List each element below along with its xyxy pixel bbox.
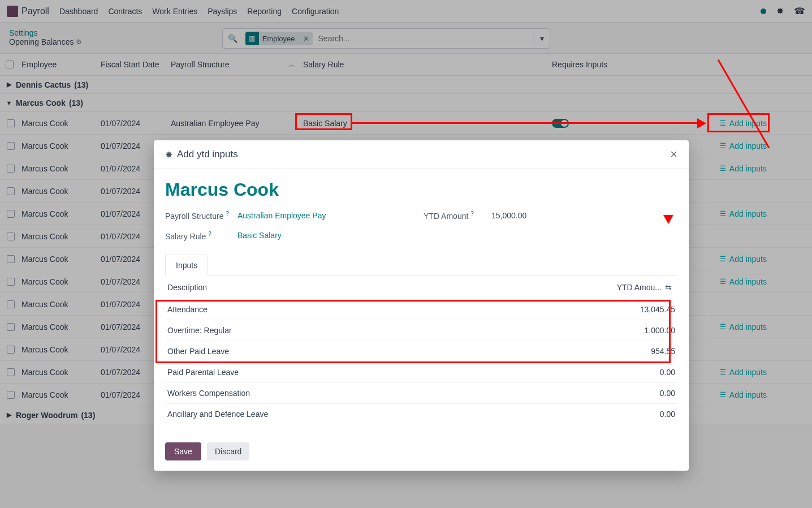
- value-ytd-amount[interactable]: 15,000.00: [491, 211, 677, 220]
- tab-inputs[interactable]: Inputs: [165, 255, 208, 276]
- list-icon: ☰: [720, 391, 726, 399]
- add-inputs-button[interactable]: ☰Add inputs: [720, 390, 767, 399]
- line-description: Other Paid Leave: [167, 347, 607, 356]
- add-inputs-button[interactable]: ☰Add inputs: [720, 209, 767, 218]
- add-inputs-button[interactable]: ☰Add inputs: [720, 119, 767, 128]
- value-payroll-structure[interactable]: Australian Employee Pay: [237, 211, 424, 220]
- list-icon: ☰: [720, 323, 726, 331]
- list-icon: ☰: [720, 368, 726, 376]
- employee-name: Marcus Cook: [165, 179, 677, 200]
- line-amount: 13,045.45: [607, 305, 675, 314]
- add-inputs-button[interactable]: ☰Add inputs: [720, 164, 767, 173]
- input-line[interactable]: Overtime: Regular1,000.00: [165, 320, 677, 341]
- label-ytd-amount: YTD Amount ?: [424, 210, 491, 221]
- list-icon: ☰: [720, 210, 726, 218]
- line-description: Ancillary and Defence Leave: [167, 410, 607, 419]
- line-amount: 954.55: [607, 347, 675, 356]
- line-description: Attendance: [167, 305, 607, 314]
- bug-icon[interactable]: ✸: [165, 149, 172, 160]
- add-inputs-button[interactable]: ☰Add inputs: [720, 277, 767, 286]
- line-description: Overtime: Regular: [167, 326, 607, 335]
- input-line[interactable]: Ancillary and Defence Leave0.00: [165, 404, 677, 424]
- col-ytd-amount[interactable]: YTD Amou...: [594, 283, 662, 292]
- input-line[interactable]: Other Paid Leave954.55: [165, 341, 677, 362]
- add-inputs-button[interactable]: ☰Add inputs: [720, 322, 767, 332]
- line-amount: 1,000.00: [607, 326, 675, 335]
- add-inputs-button[interactable]: ☰Add inputs: [720, 141, 767, 150]
- col-description[interactable]: Description: [167, 283, 594, 292]
- input-line[interactable]: Attendance13,045.45: [165, 299, 677, 320]
- list-icon: ☰: [720, 142, 726, 150]
- line-amount: 0.00: [607, 368, 675, 377]
- value-salary-rule[interactable]: Basic Salary: [237, 231, 424, 240]
- add-inputs-button[interactable]: ☰Add inputs: [720, 255, 767, 264]
- close-icon[interactable]: ×: [670, 148, 677, 161]
- modal-add-ytd-inputs: ✸ Add ytd inputs × Marcus Cook Payroll S…: [154, 140, 689, 471]
- line-amount: 0.00: [607, 410, 675, 419]
- add-inputs-button[interactable]: ☰Add inputs: [720, 368, 767, 377]
- list-icon: ☰: [720, 165, 726, 173]
- list-icon: ☰: [720, 278, 726, 286]
- modal-title: Add ytd inputs: [177, 149, 238, 160]
- line-amount: 0.00: [607, 389, 675, 398]
- list-icon: ☰: [720, 119, 726, 127]
- sliders-icon[interactable]: ⇆: [662, 283, 675, 292]
- discard-button[interactable]: Discard: [207, 442, 249, 460]
- list-icon: ☰: [720, 255, 726, 263]
- save-button[interactable]: Save: [165, 442, 201, 460]
- input-line[interactable]: Workers Compensation0.00: [165, 383, 677, 404]
- line-description: Workers Compensation: [167, 389, 607, 398]
- line-description: Paid Parental Leave: [167, 368, 607, 377]
- label-payroll-structure: Payroll Structure ?: [165, 210, 237, 221]
- input-line[interactable]: Paid Parental Leave0.00: [165, 362, 677, 383]
- label-salary-rule: Salary Rule ?: [165, 231, 237, 241]
